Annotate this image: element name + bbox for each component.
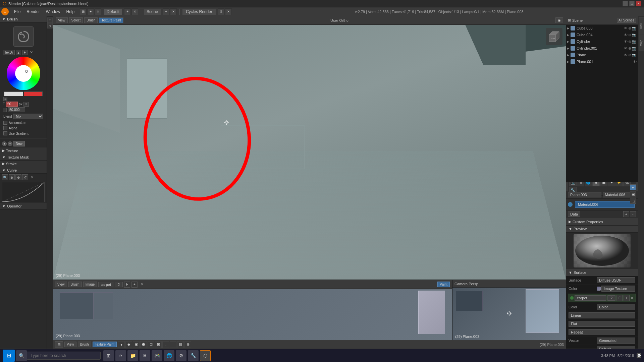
texture-mask-section-header[interactable]: ▼ Texture Mask — [0, 154, 47, 161]
lower-close-btn[interactable]: ✕ — [139, 282, 145, 288]
surface-section-header[interactable]: ▼ Surface — [566, 269, 638, 276]
pt-icon-8[interactable]: ⋯ — [170, 341, 176, 348]
side-tab-2[interactable]: View — [639, 35, 644, 51]
texture-section-header[interactable]: ▶ Texture — [0, 147, 47, 154]
lower-view-btn[interactable]: View — [55, 282, 67, 287]
taskbar-app3[interactable]: 🌐 — [164, 350, 174, 361]
use-gradient-checkbox[interactable] — [3, 131, 7, 135]
tool-btn-1[interactable]: T — [47, 17, 53, 23]
lower-add-btn[interactable]: + — [131, 282, 138, 288]
props-data-icon[interactable]: ▣ — [600, 182, 607, 186]
pt-icon-3[interactable]: ▣ — [133, 341, 140, 348]
color-wheel-container[interactable] — [7, 57, 40, 90]
maximize-button[interactable]: □ — [629, 1, 635, 6]
flat-dropdown[interactable]: Flat — [569, 321, 635, 327]
taskbar-search-icon[interactable]: 🔍 — [16, 350, 27, 361]
outliner-item-plane001[interactable]: ▶ Plane.001 👁 — [566, 58, 638, 65]
generated-dropdown[interactable]: Generated — [597, 338, 635, 344]
layout-label[interactable]: Default — [104, 9, 122, 15]
props-constraints-icon[interactable]: ⛓ — [623, 182, 631, 186]
taskbar-notification-icon[interactable]: 💬 — [637, 353, 641, 358]
radius-input[interactable] — [6, 102, 18, 107]
mat-btn-1[interactable]: + — [623, 211, 629, 217]
nav-cube[interactable]: TOP — [546, 28, 562, 45]
side-tab-1[interactable]: Item — [639, 17, 644, 34]
curve-icon-2[interactable]: ⊕ — [9, 174, 15, 180]
toolbar-icon-close[interactable]: ✕ — [95, 8, 101, 15]
taskbar-blender[interactable]: ⬡ — [200, 350, 211, 361]
lower-f-btn[interactable]: F — [124, 282, 130, 288]
render-icon[interactable]: ⚙ — [218, 8, 224, 15]
plane-selector[interactable]: Plane.003 — [568, 192, 601, 197]
render-icon-close[interactable]: ✕ — [225, 8, 232, 15]
material-name-field[interactable]: Material.006 — [575, 201, 635, 208]
operator-section-header[interactable]: ▼ Operator — [0, 203, 47, 209]
curve-section-header[interactable]: ▼ Curve — [0, 167, 47, 174]
taskbar-app2[interactable]: 🎮 — [152, 350, 162, 361]
eye-icon-4[interactable]: 👁 — [624, 46, 628, 51]
taskbar-app1[interactable]: 🖥 — [140, 350, 150, 361]
pt-icon-1[interactable]: ● — [118, 341, 125, 348]
new-button[interactable]: New — [13, 141, 25, 146]
pt-icon-4[interactable]: ⬟ — [140, 341, 147, 348]
render-icon-3[interactable]: 📷 — [632, 40, 637, 44]
pt-icon-2[interactable]: ◆ — [125, 341, 132, 348]
pt-icon-7[interactable]: ⋮ — [162, 341, 169, 348]
minimize-button[interactable]: — — [623, 1, 628, 6]
color-wheel[interactable] — [7, 57, 40, 90]
mat-btn-2[interactable]: - — [630, 211, 636, 217]
vp-mode-btn[interactable]: ◉ — [555, 17, 563, 23]
toolbar-icon-2[interactable]: ✦ — [87, 8, 94, 15]
img-tex-close-btn[interactable]: ✕ — [631, 296, 634, 300]
vp-select-btn[interactable]: Select — [69, 17, 83, 23]
add-icon[interactable]: + — [8, 141, 12, 146]
img-color-dropdown[interactable]: Color — [597, 304, 635, 310]
outliner-item-cube004[interactable]: ▶ Cube.004 👁 ⊕ 📷 — [566, 32, 638, 38]
lower-image-btn[interactable]: Image — [83, 282, 97, 287]
linear-dropdown[interactable]: Linear — [569, 312, 635, 318]
close-button[interactable]: ✕ — [636, 1, 641, 6]
curve-icon-4[interactable]: ↺ — [22, 174, 28, 180]
props-world-icon[interactable]: 🌐 — [585, 182, 592, 186]
img-tex-f-btn[interactable]: F — [616, 295, 623, 301]
layout-icon-add[interactable]: + — [124, 8, 131, 15]
toolbar-view-btn[interactable]: ⊞ — [55, 341, 63, 348]
taskbar-app4[interactable]: ⚙ — [176, 350, 186, 361]
viewport-3d-upper[interactable]: TOP (29) Plane.003 — [53, 25, 566, 280]
blend-dropdown[interactable]: Mix — [13, 114, 43, 119]
scene-icon-close[interactable]: ✕ — [170, 8, 177, 15]
pt-icon-10[interactable]: ⊕ — [184, 341, 191, 348]
tool-btn-2[interactable]: N — [47, 23, 53, 28]
preview-section-header[interactable]: ▼ Preview — [566, 226, 638, 233]
swatch-white[interactable] — [4, 92, 23, 96]
color-dropdown[interactable]: Image Texture — [601, 286, 635, 292]
repeat-dropdown[interactable]: Repeat — [569, 329, 635, 335]
props-material-icon[interactable]: ● — [592, 182, 600, 186]
render-icon-5[interactable]: 📷 — [632, 53, 637, 57]
cursor-icon-5[interactable]: ⊕ — [628, 53, 631, 57]
taskbar-task-view[interactable]: ⊞ — [103, 350, 114, 361]
props-particle-icon[interactable]: ✦ — [608, 182, 615, 186]
render-icon-2[interactable]: 📷 — [632, 33, 637, 37]
taskbar-edge[interactable]: e — [115, 350, 126, 361]
eye-icon-1[interactable]: 👁 — [624, 26, 628, 31]
plane-type-btn[interactable]: ▣ — [630, 191, 636, 197]
scene-icon-add[interactable]: + — [163, 8, 169, 15]
eye-icon-3[interactable]: 👁 — [624, 40, 628, 44]
accumulate-checkbox[interactable] — [3, 121, 7, 125]
curve-graph[interactable] — [2, 182, 45, 202]
taskbar-files[interactable]: 📁 — [127, 350, 138, 361]
menu-file[interactable]: File — [11, 9, 23, 15]
stroke-section-header[interactable]: ▶ Stroke — [0, 161, 47, 167]
brush-close-btn[interactable]: ✕ — [29, 49, 35, 55]
toolbar-mode-btn[interactable]: View — [64, 342, 76, 347]
scene-label[interactable]: Scene — [144, 9, 161, 15]
pt-icon-6[interactable]: ⊞ — [155, 341, 162, 348]
vector-dropdown[interactable]: Default — [597, 346, 635, 349]
curve-icon-3[interactable]: ⊖ — [15, 174, 21, 180]
props-render-icon[interactable]: 🖥 — [577, 182, 584, 186]
layout-icon-close[interactable]: ✕ — [131, 8, 138, 15]
menu-window[interactable]: Window — [43, 9, 63, 15]
outliner-item-plane[interactable]: ▶ Plane 👁 ⊕ 📷 — [566, 52, 638, 58]
lower-paint-btn[interactable]: Paint — [437, 282, 450, 287]
